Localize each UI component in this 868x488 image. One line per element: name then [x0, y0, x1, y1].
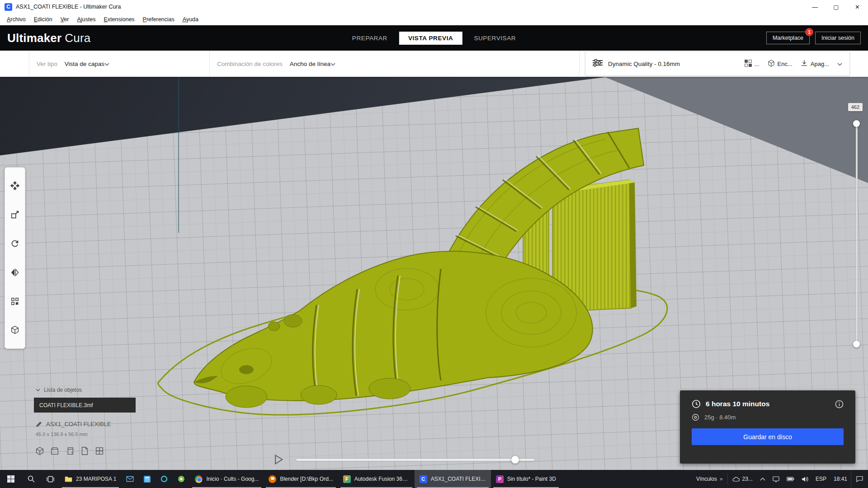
print-summary-panel: 6 horas 10 minutos 25g · 8.40m Guardar e…	[680, 390, 855, 464]
viewport-3d[interactable]: 462 Lista de objetos COATI FLEXIBLE.3mf …	[0, 77, 868, 470]
material-usage: 25g · 8.40m	[704, 414, 736, 421]
marketplace-button[interactable]: Marketplace 1	[766, 32, 810, 44]
links-toolbar[interactable]: Vínculos »	[693, 470, 726, 488]
print-settings-panel[interactable]: Dynamic Quality - 0.16mm ... Enc... Apag…	[585, 52, 850, 76]
view-type-value: Vista de capas	[65, 61, 104, 67]
infill-setting: ...	[745, 60, 760, 68]
object-list-item[interactable]: COATI FLEXIBLE.3mf	[34, 398, 136, 413]
print-time: 6 horas 10 minutos	[706, 400, 769, 408]
move-tool-button[interactable]	[5, 171, 25, 200]
object-file-name: COATI FLEXIBLE.3mf	[39, 402, 93, 408]
copy-icon[interactable]	[65, 446, 75, 456]
info-icon[interactable]	[835, 400, 844, 408]
layer-slider-bottom-handle[interactable]	[853, 341, 860, 347]
taskbar-calculator-button[interactable]	[139, 470, 156, 488]
teal-ring-icon	[160, 475, 168, 483]
maximize-button[interactable]: ▢	[826, 0, 847, 14]
clock-tray-item[interactable]: 18:41	[830, 470, 851, 488]
app-header: UltimakerCura PREPARAR VISTA PREVIA SUPE…	[0, 25, 868, 51]
layer-slider-top-handle[interactable]	[853, 120, 860, 127]
chevron-up-icon	[760, 477, 765, 481]
taskbar-folder-button[interactable]: 23 MARIPOSA 1	[60, 470, 121, 488]
taskbar-chrome-button[interactable]: Inicio · Cults - Goog...	[190, 470, 264, 488]
marketplace-label: Marketplace	[773, 35, 803, 41]
menu-item-ayuda[interactable]: Ayuda	[179, 16, 203, 23]
links-label: Vínculos	[696, 476, 717, 482]
object-list-header[interactable]: Lista de objetos	[34, 387, 151, 393]
tab-preparar[interactable]: PREPARAR	[343, 32, 396, 45]
simulation-slider-handle[interactable]	[511, 456, 519, 464]
play-simulation-button[interactable]	[272, 454, 284, 465]
mirror-tool-button[interactable]	[5, 258, 25, 287]
profile-name: Dynamic Quality - 0.16mm	[608, 61, 680, 67]
taskbar-app-dot-button[interactable]	[173, 470, 190, 488]
box-icon[interactable]	[50, 446, 60, 456]
task-view-button[interactable]	[41, 470, 60, 488]
color-scheme-label: Combinación de colores	[217, 61, 283, 67]
simulation-slider-track[interactable]	[296, 459, 534, 461]
battery-tray-button[interactable]	[783, 470, 798, 488]
model-front-leg	[226, 386, 267, 408]
model-ear	[284, 314, 302, 327]
taskbar-mail-button[interactable]	[121, 470, 139, 488]
grid-icon[interactable]	[94, 446, 104, 456]
hidden-icons-button[interactable]	[756, 470, 769, 488]
tab-supervisar[interactable]: SUPERVISAR	[465, 32, 525, 45]
layer-slider-track[interactable]	[856, 122, 858, 346]
menu-item-archivo[interactable]: Archivo	[3, 16, 30, 23]
minimize-button[interactable]: —	[804, 0, 826, 14]
marketplace-badge: 1	[805, 28, 813, 36]
cura-logo: UltimakerCura	[7, 31, 90, 45]
logo-secondary: Cura	[65, 31, 90, 45]
taskbar-cura-button[interactable]: C ASX1_COATI FLEXIBL...	[415, 470, 491, 488]
language-indicator[interactable]: ESP	[812, 470, 830, 488]
tray-divider	[727, 474, 728, 484]
tab-vista-previa[interactable]: VISTA PREVIA	[399, 32, 462, 45]
menu-item-extensiones[interactable]: Extensiones	[99, 16, 138, 23]
menu-item-edicion[interactable]: Edición	[30, 16, 57, 23]
chrome-icon	[195, 475, 203, 483]
weather-tray-item[interactable]: 23...	[729, 470, 756, 488]
taskbar-fusion-button[interactable]: F Autodesk Fusion 360...	[338, 470, 415, 488]
display-tray-button[interactable]	[769, 470, 783, 488]
model-body	[194, 251, 593, 408]
chevron-down-icon	[104, 60, 109, 68]
system-tray: Vínculos » 23... ESP 18:41	[693, 470, 868, 488]
start-button[interactable]	[0, 470, 22, 488]
infill-icon	[745, 60, 752, 68]
search-button[interactable]	[22, 470, 41, 488]
support-value: Enc...	[778, 61, 793, 67]
menu-item-ajustes[interactable]: Ajustes	[73, 16, 99, 23]
cura-app-icon: C	[5, 3, 12, 11]
model-name-row[interactable]: ASX1_COATI FLEXIBLE	[34, 421, 151, 427]
scale-tool-button[interactable]	[5, 200, 25, 229]
cube-outline-icon[interactable]	[35, 446, 45, 456]
speaker-icon	[802, 476, 808, 482]
menu-item-ver[interactable]: Ver	[57, 16, 73, 23]
volume-tray-button[interactable]	[798, 470, 812, 488]
adhesion-setting: Apag...	[801, 60, 829, 68]
taskbar-app-ring-button[interactable]	[156, 470, 173, 488]
chevron-down-icon[interactable]	[837, 60, 842, 68]
support-cube-icon	[768, 60, 775, 68]
per-model-settings-button[interactable]	[5, 287, 25, 316]
menu-item-preferencias[interactable]: Preferencias	[139, 16, 179, 23]
support-blocker-button[interactable]	[5, 316, 25, 345]
support-setting: Enc...	[768, 60, 793, 68]
stage-menu: Ver tipo Vista de capas Combinación de c…	[0, 51, 868, 77]
taskbar-clock: 18:41	[834, 476, 847, 482]
taskbar-blender-button[interactable]: Blender [D:\Bkp Ord...	[264, 470, 338, 488]
sheet-icon[interactable]	[80, 446, 90, 456]
save-to-disk-button[interactable]: Guardar en disco	[692, 428, 844, 445]
color-scheme-dropdown[interactable]: Combinación de colores Ancho de línea	[210, 51, 580, 77]
view-type-dropdown[interactable]: Ver tipo Vista de capas	[29, 51, 210, 77]
chrome-button-label: Inicio · Cults - Goog...	[206, 476, 259, 482]
model-name: ASX1_COATI FLEXIBLE	[46, 421, 111, 427]
clock-icon	[692, 399, 701, 408]
close-button[interactable]: ✕	[847, 0, 868, 14]
stage-tabs: PREPARAR VISTA PREVIA SUPERVISAR	[343, 32, 525, 45]
sign-in-button[interactable]: Iniciar sesión	[815, 32, 861, 44]
rotate-tool-button[interactable]	[5, 229, 25, 258]
taskbar-paint3d-button[interactable]: P Sin título* - Paint 3D	[491, 470, 561, 488]
action-center-button[interactable]	[851, 470, 868, 488]
